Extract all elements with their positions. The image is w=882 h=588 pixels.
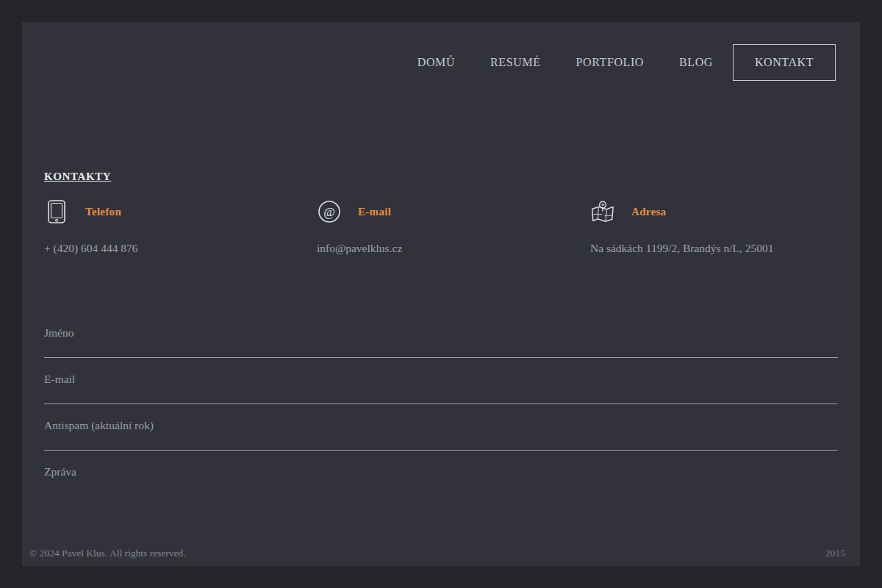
contact-head-address: Adresa: [590, 199, 838, 224]
contact-label-email: E-mail: [358, 206, 391, 218]
at-sign-icon: @: [317, 199, 342, 224]
contact-card-phone: Telefon + (420) 604 444 876: [44, 199, 317, 255]
name-field[interactable]: [44, 326, 838, 358]
nav-item-portfolio[interactable]: PORTFOLIO: [576, 56, 644, 69]
content-card: DOMŮ RESUMÉ PORTFOLIO BLOG KONTAKT KONTA…: [22, 22, 860, 566]
phone-icon: [44, 199, 69, 224]
street-address: Na sádkách 1199/2, Brandýs n/L, 25001: [590, 242, 838, 255]
main-nav: DOMŮ RESUMÉ PORTFOLIO BLOG KONTAKT: [417, 44, 836, 81]
copyright-text: © 2024 Pavel Klus. All rights reserved.: [29, 548, 186, 559]
contact-form: [44, 326, 838, 539]
contact-head-phone: Telefon: [44, 199, 317, 224]
svg-text:@: @: [323, 205, 335, 219]
message-field[interactable]: [44, 465, 838, 539]
email-field[interactable]: [44, 373, 838, 404]
contact-card-email: @ E-mail info@pavelklus.cz: [317, 199, 590, 255]
nav-item-resume[interactable]: RESUMÉ: [490, 56, 541, 69]
map-pin-icon: [590, 199, 615, 224]
footer-year: 2015: [825, 548, 845, 559]
contact-card-address: Adresa Na sádkách 1199/2, Brandýs n/L, 2…: [590, 199, 838, 255]
email-address: info@pavelklus.cz: [317, 242, 590, 255]
contact-head-email: @ E-mail: [317, 199, 590, 224]
antispam-field[interactable]: [44, 419, 838, 451]
contact-label-adresa: Adresa: [631, 206, 666, 218]
nav-item-domu[interactable]: DOMŮ: [417, 56, 455, 69]
footer: © 2024 Pavel Klus. All rights reserved. …: [29, 548, 845, 559]
contact-grid: Telefon + (420) 604 444 876 @ E-mail inf…: [44, 199, 838, 255]
nav-item-blog[interactable]: BLOG: [679, 56, 713, 69]
nav-item-kontakt-active[interactable]: KONTAKT: [733, 44, 836, 81]
phone-number: + (420) 604 444 876: [44, 242, 317, 255]
contacts-heading: KONTAKTY: [44, 171, 111, 183]
contact-label-telefon: Telefon: [85, 206, 121, 218]
